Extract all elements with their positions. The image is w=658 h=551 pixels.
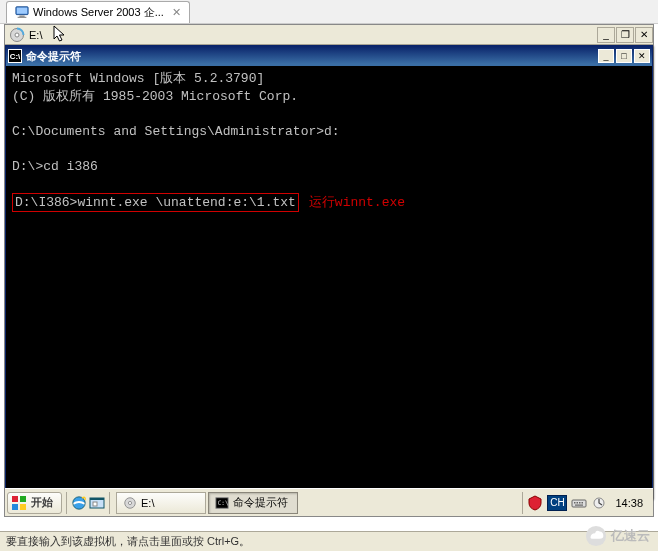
svg-rect-3 <box>18 17 27 18</box>
cmd-icon: C:\ <box>8 49 22 63</box>
vm-tab[interactable]: Windows Server 2003 企... ✕ <box>6 1 190 23</box>
svg-rect-22 <box>579 502 581 504</box>
quick-launch <box>66 492 110 514</box>
svg-rect-13 <box>90 498 104 500</box>
close-button-back[interactable]: ✕ <box>635 27 653 43</box>
svg-rect-8 <box>12 504 18 510</box>
close-button[interactable]: ✕ <box>634 49 650 63</box>
start-button[interactable]: 开始 <box>7 492 62 514</box>
task-explorer[interactable]: E:\ <box>116 492 206 514</box>
svg-rect-1 <box>17 8 28 14</box>
cmd-prompt: D:\I386> <box>15 195 77 210</box>
cmd-line: (C) 版权所有 1985-2003 Microsoft Corp. <box>12 89 298 104</box>
annotation-text: 运行winnt.exe <box>309 195 405 210</box>
svg-point-16 <box>128 501 131 504</box>
guest-desktop[interactable]: E:\ _ ❐ ✕ C:\ 命令提示符 _ □ ✕ Microsoft Wind… <box>4 24 654 517</box>
windows-logo-icon <box>11 495 27 511</box>
watermark-icon <box>585 525 607 547</box>
svg-text:C:\: C:\ <box>218 498 229 505</box>
cmd-icon: C:\ <box>215 496 229 510</box>
svg-rect-21 <box>577 502 579 504</box>
keyboard-icon[interactable] <box>571 495 587 511</box>
minimize-button[interactable]: _ <box>598 49 614 63</box>
taskbar: 开始 E:\ C:\ 命令提示符 CH <box>5 488 653 516</box>
close-icon[interactable]: ✕ <box>172 6 181 19</box>
window-controls-back: _ ❐ ✕ <box>596 27 653 43</box>
cmd-line: D:\>cd i386 <box>12 159 98 174</box>
cursor-icon <box>53 25 67 43</box>
ie-icon[interactable] <box>71 495 87 511</box>
tray-misc-icon[interactable] <box>591 495 607 511</box>
show-desktop-icon[interactable] <box>89 495 105 511</box>
security-icon[interactable] <box>527 495 543 511</box>
cmd-titlebar[interactable]: C:\ 命令提示符 _ □ ✕ <box>6 46 652 66</box>
status-bar: 要直接输入到该虚拟机，请点击里面或按 Ctrl+G。 <box>0 531 658 551</box>
status-text: 要直接输入到该虚拟机，请点击里面或按 Ctrl+G。 <box>6 534 250 549</box>
cmd-line: Microsoft Windows [版本 5.2.3790] <box>12 71 264 86</box>
drive-icon <box>9 27 25 43</box>
svg-rect-2 <box>19 16 24 17</box>
vm-tab-label: Windows Server 2003 企... <box>33 5 164 20</box>
svg-rect-14 <box>93 502 97 506</box>
address-strip: E:\ _ ❐ ✕ <box>5 25 653 45</box>
svg-rect-7 <box>20 496 26 502</box>
monitor-icon <box>15 5 29 19</box>
ime-indicator[interactable]: CH <box>547 495 567 511</box>
restore-button-back[interactable]: ❐ <box>616 27 634 43</box>
svg-rect-9 <box>20 504 26 510</box>
task-label: 命令提示符 <box>233 495 288 510</box>
cmd-title: 命令提示符 <box>26 49 81 64</box>
system-tray: CH 14:38 <box>522 492 651 514</box>
cmd-window: C:\ 命令提示符 _ □ ✕ Microsoft Windows [版本 5.… <box>5 45 653 499</box>
drive-icon <box>123 496 137 510</box>
clock[interactable]: 14:38 <box>611 497 647 509</box>
svg-rect-23 <box>582 502 584 504</box>
highlighted-command: D:\I386>winnt.exe \unattend:e:\1.txt <box>12 193 299 213</box>
svg-rect-6 <box>12 496 18 502</box>
cmd-text: winnt.exe \unattend:e:\1.txt <box>77 195 295 210</box>
maximize-button[interactable]: □ <box>616 49 632 63</box>
cmd-line: C:\Documents and Settings\Administrator>… <box>12 124 340 139</box>
minimize-button-back[interactable]: _ <box>597 27 615 43</box>
svg-rect-20 <box>574 502 576 504</box>
watermark-text: 亿速云 <box>611 527 650 545</box>
svg-point-5 <box>15 33 19 37</box>
svg-rect-24 <box>575 504 583 505</box>
vm-tab-bar: Windows Server 2003 企... ✕ <box>0 0 658 24</box>
task-cmd[interactable]: C:\ 命令提示符 <box>208 492 298 514</box>
watermark: 亿速云 <box>585 525 650 547</box>
task-label: E:\ <box>141 497 154 509</box>
cmd-body[interactable]: Microsoft Windows [版本 5.2.3790] (C) 版权所有… <box>6 66 652 216</box>
start-label: 开始 <box>31 495 53 510</box>
